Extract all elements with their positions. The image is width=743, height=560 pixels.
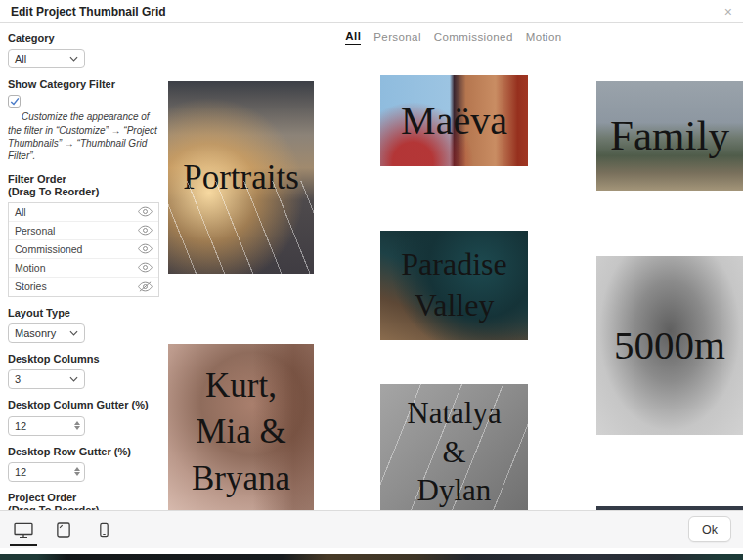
project-tile-maeva[interactable]: Maëva [380, 75, 528, 166]
project-tile-kurt-mia-bryana[interactable]: Kurt, Mia & Bryana [168, 344, 314, 516]
dialog-title: Edit Project Thumbnail Grid [11, 5, 166, 19]
device-toggle-group [12, 519, 115, 540]
chevron-down-icon [69, 376, 78, 382]
project-tile-5000m[interactable]: 5000m [596, 256, 743, 435]
project-tile-title: Kurt, Mia & Bryana [192, 363, 290, 501]
filter-order-label: Filter Order (Drag To Reorder) [8, 173, 159, 198]
preview-tab-commissioned[interactable]: Commissioned [434, 31, 513, 45]
filter-row[interactable]: Personal [9, 222, 158, 240]
chevron-down-icon [69, 56, 78, 62]
category-label: Category [8, 32, 159, 45]
layout-type-select[interactable]: Masonry [8, 323, 85, 343]
desktop-columns-label: Desktop Columns [8, 353, 159, 366]
column-gutter-label: Desktop Column Gutter (%) [8, 399, 159, 411]
row-gutter-field [8, 462, 85, 482]
layout-type-value: Masonry [15, 327, 56, 339]
project-tile-title: Portraits [183, 155, 299, 200]
filter-order-list: All Personal Commissioned Motion [8, 202, 159, 297]
project-tile-title: Paradise Valley [401, 244, 506, 325]
desktop-preview-icon[interactable] [12, 519, 35, 540]
desktop-columns-value: 3 [15, 373, 21, 385]
filter-visibility-icon[interactable] [138, 206, 153, 217]
column-gutter-field [8, 416, 85, 436]
tablet-preview-icon[interactable] [52, 519, 75, 540]
show-filter-checkbox[interactable] [8, 95, 21, 108]
filter-visibility-icon[interactable] [138, 225, 153, 236]
project-tile-title: Family [610, 108, 729, 163]
layout-type-label: Layout Type [8, 307, 159, 320]
project-tile-portraits[interactable]: Portraits [168, 81, 314, 274]
edit-thumbnail-grid-dialog: Edit Project Thumbnail Grid × Category A… [0, 0, 743, 554]
preview-tab-motion[interactable]: Motion [526, 31, 562, 45]
category-filter-tabs: All Personal Commissioned Motion [164, 23, 743, 45]
close-icon[interactable]: × [724, 5, 732, 19]
ok-button[interactable]: Ok [688, 516, 731, 542]
mobile-preview-icon[interactable] [92, 519, 115, 540]
stepper-icon[interactable] [74, 421, 80, 430]
project-tile-natalya-dylan[interactable]: Natalya & Dylan [380, 384, 528, 516]
project-tile-title: Maëva [401, 96, 507, 147]
filter-row[interactable]: Stories [9, 278, 158, 296]
settings-sidebar: Category All Show Category Filter Custom… [0, 23, 164, 516]
filter-visibility-icon[interactable] [138, 281, 153, 292]
column-gutter-input[interactable] [11, 420, 50, 432]
checkmark-icon [10, 97, 20, 106]
filter-visibility-icon[interactable] [138, 262, 153, 273]
filter-hint-text: Customize the appearance of the filter i… [8, 110, 157, 162]
preview-tab-personal[interactable]: Personal [373, 31, 421, 45]
preview-tab-all[interactable]: All [345, 30, 361, 45]
dialog-titlebar: Edit Project Thumbnail Grid × [0, 0, 743, 23]
background-page-strip [0, 554, 743, 560]
chevron-down-icon [69, 330, 78, 336]
project-tile-title: 5000m [614, 320, 725, 371]
filter-visibility-icon[interactable] [138, 243, 153, 254]
grid-preview-pane: All Personal Commissioned Motion Portrai… [164, 23, 743, 516]
show-filter-label: Show Category Filter [8, 78, 159, 91]
filter-row[interactable]: Commissioned [9, 240, 158, 259]
project-tile-title: Natalya & Dylan [407, 394, 501, 510]
preview-device-toolbar: Ok [0, 510, 743, 548]
filter-row[interactable]: All [9, 203, 158, 222]
project-tile-family[interactable]: Family [596, 81, 743, 191]
stepper-icon[interactable] [74, 467, 80, 476]
category-select[interactable]: All [8, 49, 85, 68]
row-gutter-label: Desktop Row Gutter (%) [8, 446, 159, 458]
desktop-columns-select[interactable]: 3 [8, 369, 85, 389]
category-value: All [15, 53, 26, 65]
filter-row[interactable]: Motion [9, 259, 158, 278]
project-tile-paradise-valley[interactable]: Paradise Valley [380, 231, 528, 340]
row-gutter-input[interactable] [11, 466, 50, 478]
